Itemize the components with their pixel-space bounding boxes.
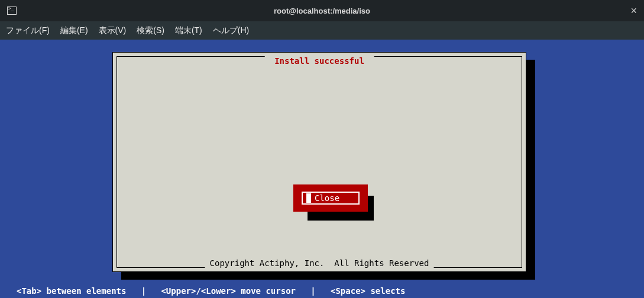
close-button-label: Close — [315, 193, 355, 203]
dialog-box: Install successful Copyright Actiphy, In… — [112, 52, 526, 272]
window-close-button[interactable]: × — [630, 5, 637, 17]
close-button[interactable]: Close — [293, 184, 368, 212]
window-titlebar: root@localhost:/media/iso × — [0, 0, 644, 21]
terminal-area: Install successful Copyright Actiphy, In… — [0, 40, 644, 298]
footer-hints: <Tab> between elements | <Upper>/<Lower>… — [17, 286, 405, 296]
dialog-title: Install successful — [265, 56, 374, 66]
window-title: root@localhost:/media/iso — [274, 7, 370, 15]
dialog-border: Install successful Copyright Actiphy, In… — [116, 56, 522, 268]
menu-view[interactable]: 表示(V) — [99, 25, 127, 36]
terminal-icon — [7, 7, 17, 15]
dialog-copyright: Copyright Actiphy, Inc. All Rights Reser… — [205, 258, 434, 268]
menu-search[interactable]: 検索(S) — [137, 25, 164, 36]
button-cursor — [306, 193, 311, 203]
menu-edit[interactable]: 編集(E) — [60, 25, 88, 36]
menubar: ファイル(F) 編集(E) 表示(V) 検索(S) 端末(T) ヘルプ(H) — [0, 21, 644, 40]
menu-help[interactable]: ヘルプ(H) — [213, 25, 249, 36]
menu-terminal[interactable]: 端末(T) — [175, 25, 202, 36]
menu-file[interactable]: ファイル(F) — [6, 25, 50, 36]
